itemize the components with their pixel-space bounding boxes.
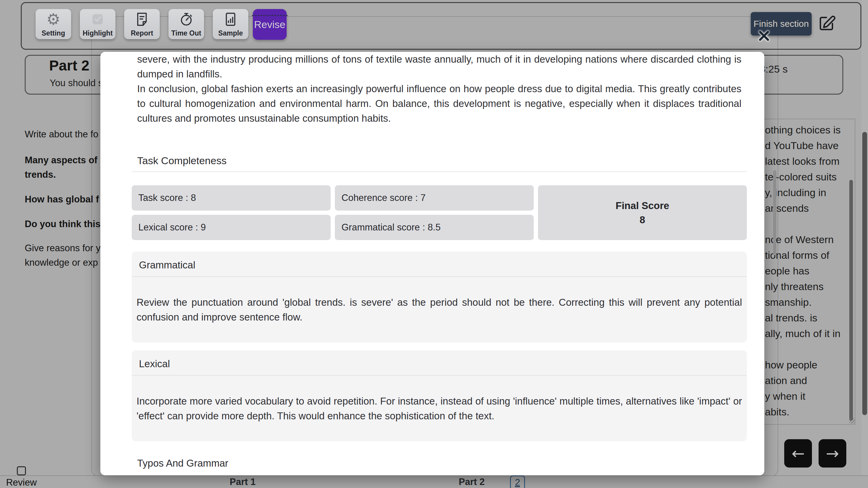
page-2-label: 2 xyxy=(515,477,520,488)
answer-text-line: ally, much of it in xyxy=(765,328,858,344)
answer-text-line: y when it xyxy=(765,390,858,406)
close-icon[interactable] xyxy=(756,28,772,43)
answer-text-line: nce of Western xyxy=(765,234,858,250)
report-button-label: Report xyxy=(131,30,153,37)
answer-text-line: nly threatens xyxy=(765,281,858,296)
score-modal: severe, with the industry producing mill… xyxy=(100,52,764,475)
report-button[interactable]: Report xyxy=(124,9,160,39)
revise-button[interactable]: Revise xyxy=(253,9,287,40)
answer-text-line: how people xyxy=(765,359,858,375)
coherence-score: Coherence score : 7 xyxy=(335,185,534,210)
question-line: Give reasons for y xyxy=(25,243,101,254)
highlighter-icon xyxy=(80,11,116,27)
answer-text-line: latest looks from xyxy=(765,156,858,171)
gear-icon: ⚙ xyxy=(36,11,71,27)
grammatical-feedback-card: Grammatical Review the punctuation aroun… xyxy=(132,252,747,343)
section-divider xyxy=(132,171,747,172)
question-line: Write about the fo xyxy=(25,129,98,140)
answer-textarea[interactable]: othing choices isd YouTube havelatest lo… xyxy=(765,124,858,422)
grammatical-score: Grammatical score : 8.5 xyxy=(335,215,534,240)
question-line: Do you think this xyxy=(25,219,100,230)
essay-paragraph: severe, with the industry producing mill… xyxy=(132,52,747,82)
question-line: Many aspects of xyxy=(25,155,97,166)
question-line: How has global f xyxy=(25,194,99,205)
lexical-feedback-title: Lexical xyxy=(132,350,747,376)
answer-scrollbar-thumb[interactable] xyxy=(849,180,853,421)
edit-pencil-icon[interactable] xyxy=(817,14,837,33)
answer-text-line: y, including in xyxy=(765,187,858,202)
lexical-feedback-card: Lexical Incorporate more varied vocabula… xyxy=(132,350,747,441)
chart-icon xyxy=(213,11,248,27)
app-screen: ⚙ Setting Highlight Report Time Out xyxy=(0,0,868,488)
report-icon xyxy=(124,11,160,27)
answer-area-border xyxy=(764,424,855,425)
prev-button[interactable]: ← xyxy=(784,439,812,467)
answer-text-line: d YouTube have xyxy=(765,140,858,156)
time-out-button[interactable]: Time Out xyxy=(168,9,204,39)
answer-text-line: al trends. is xyxy=(765,312,858,328)
stopwatch-icon xyxy=(168,11,204,27)
question-line: knowledge or exp xyxy=(25,257,98,268)
grammatical-feedback-body: Review the punctuation around 'global tr… xyxy=(132,277,747,324)
answer-area-border xyxy=(764,119,855,119)
essay-paragraph: In conclusion, global fashion exerts an … xyxy=(132,82,747,126)
answer-text-line: abits. xyxy=(765,406,858,422)
window-scrollbar-thumb[interactable] xyxy=(862,132,867,415)
part2-title: Part 2 xyxy=(49,57,89,74)
part1-tab[interactable]: Part 1 xyxy=(230,477,255,487)
score-grid: Task score : 8 Coherence score : 7 Final… xyxy=(132,185,747,240)
task-completeness-title: Task Completeness xyxy=(132,155,747,167)
sample-button[interactable]: Sample xyxy=(213,9,248,39)
final-score-card: Final Score 8 xyxy=(538,185,747,240)
textarea-resize-grip[interactable] xyxy=(849,418,855,424)
modal-scrollbar-thumb[interactable] xyxy=(773,170,776,255)
final-score-value: 8 xyxy=(640,215,645,225)
bottom-bar xyxy=(0,475,868,488)
lexical-score: Lexical score : 9 xyxy=(132,215,331,240)
setting-button-label: Setting xyxy=(41,30,65,37)
highlight-button[interactable]: Highlight xyxy=(80,9,116,39)
time-out-button-label: Time Out xyxy=(171,30,201,37)
part2-subtitle: You should s xyxy=(50,78,103,89)
setting-button[interactable]: ⚙ Setting xyxy=(36,9,71,39)
answer-text-line: ation and xyxy=(765,375,858,390)
question-line: trends. xyxy=(25,169,56,180)
review-checkbox[interactable] xyxy=(17,466,26,475)
answer-text-line: othing choices is xyxy=(765,124,858,140)
finish-section-label: Finish section xyxy=(753,19,809,29)
task-score: Task score : 8 xyxy=(132,185,331,210)
next-button[interactable]: → xyxy=(818,439,846,467)
lexical-feedback-body: Incorporate more varied vocabulary to av… xyxy=(132,376,747,423)
answer-text-line: anscends xyxy=(765,202,858,218)
final-score-label: Final Score xyxy=(616,201,670,210)
part2-tab[interactable]: Part 2 xyxy=(459,477,485,487)
answer-text-line xyxy=(765,344,858,359)
highlight-button-label: Highlight xyxy=(83,30,113,37)
answer-text-line: eople has xyxy=(765,265,858,281)
page-2-button[interactable]: 2 xyxy=(510,475,525,488)
revise-button-label: Revise xyxy=(254,19,285,30)
answer-text-line xyxy=(765,218,858,234)
typos-and-grammar-title: Typos And Grammar xyxy=(132,458,747,469)
answer-text-line: tional forms of xyxy=(765,250,858,265)
arrow-right-icon: → xyxy=(826,444,839,462)
grammatical-feedback-title: Grammatical xyxy=(132,252,747,277)
review-label: Review xyxy=(0,477,43,488)
answer-text-line: tel-colored suits xyxy=(765,171,858,187)
arrow-left-icon: ← xyxy=(792,444,805,462)
answer-text-line: smanship. xyxy=(765,296,858,312)
sample-button-label: Sample xyxy=(218,30,243,37)
frame-edge-dashes xyxy=(252,15,287,16)
